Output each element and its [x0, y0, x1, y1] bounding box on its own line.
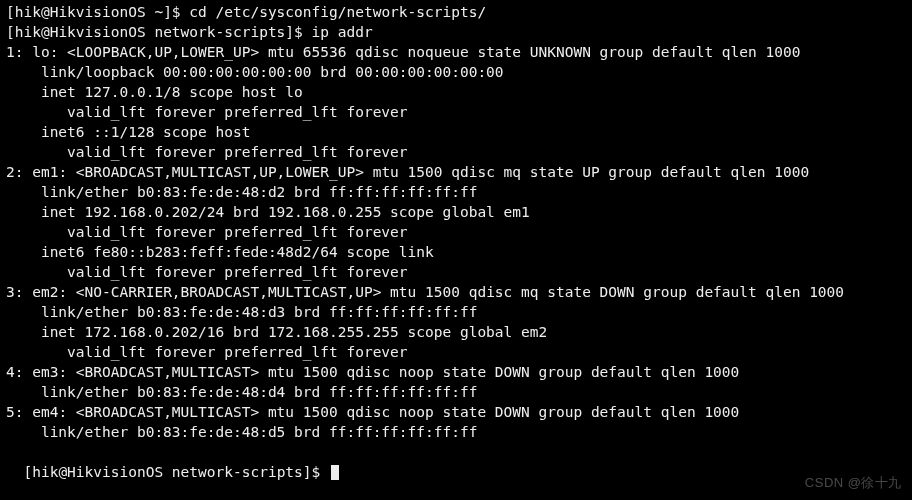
iface-lo-inet6: inet6 ::1/128 scope host — [6, 122, 906, 142]
iface-lo-valid1: valid_lft forever preferred_lft forever — [6, 102, 906, 122]
watermark-text: CSDN @徐十九 — [805, 474, 902, 492]
iface-em2-valid1: valid_lft forever preferred_lft forever — [6, 342, 906, 362]
iface-em1-header: 2: em1: <BROADCAST,MULTICAST,UP,LOWER_UP… — [6, 162, 906, 182]
iface-em3-header: 4: em3: <BROADCAST,MULTICAST> mtu 1500 q… — [6, 362, 906, 382]
iface-lo-inet: inet 127.0.0.1/8 scope host lo — [6, 82, 906, 102]
cursor-icon — [331, 465, 339, 480]
terminal-line-prompt-ipaddr: [hik@HikvisionOS network-scripts]$ ip ad… — [6, 22, 906, 42]
iface-em4-header: 5: em4: <BROADCAST,MULTICAST> mtu 1500 q… — [6, 402, 906, 422]
iface-lo-valid2: valid_lft forever preferred_lft forever — [6, 142, 906, 162]
iface-em1-valid1: valid_lft forever preferred_lft forever — [6, 222, 906, 242]
iface-lo-header: 1: lo: <LOOPBACK,UP,LOWER_UP> mtu 65536 … — [6, 42, 906, 62]
iface-em4-link: link/ether b0:83:fe:de:48:d5 brd ff:ff:f… — [6, 422, 906, 442]
iface-em2-inet: inet 172.168.0.202/16 brd 172.168.255.25… — [6, 322, 906, 342]
iface-em1-inet: inet 192.168.0.202/24 brd 192.168.0.255 … — [6, 202, 906, 222]
iface-em3-link: link/ether b0:83:fe:de:48:d4 brd ff:ff:f… — [6, 382, 906, 402]
iface-em1-inet6: inet6 fe80::b283:feff:fede:48d2/64 scope… — [6, 242, 906, 262]
iface-em2-link: link/ether b0:83:fe:de:48:d3 brd ff:ff:f… — [6, 302, 906, 322]
iface-em1-valid2: valid_lft forever preferred_lft forever — [6, 262, 906, 282]
terminal-line-prompt-cd: [hik@HikvisionOS ~]$ cd /etc/sysconfig/n… — [6, 2, 906, 22]
iface-em2-header: 3: em2: <NO-CARRIER,BROADCAST,MULTICAST,… — [6, 282, 906, 302]
terminal-line-prompt-ready[interactable]: [hik@HikvisionOS network-scripts]$ — [6, 442, 906, 482]
prompt-text: [hik@HikvisionOS network-scripts]$ — [23, 464, 329, 480]
iface-lo-link: link/loopback 00:00:00:00:00:00 brd 00:0… — [6, 62, 906, 82]
iface-em1-link: link/ether b0:83:fe:de:48:d2 brd ff:ff:f… — [6, 182, 906, 202]
